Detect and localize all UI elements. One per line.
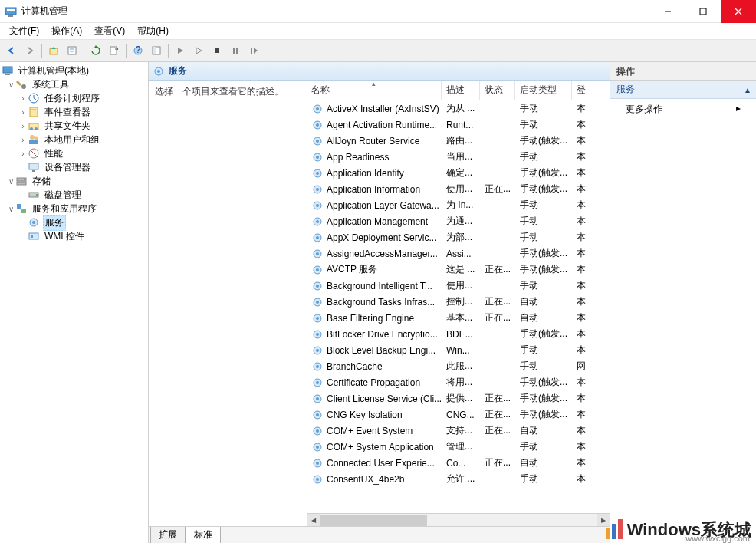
tree-system-tools[interactable]: ∨ 系统工具 [0, 77, 148, 91]
service-row[interactable]: BranchCache此服...手动网 [307, 358, 610, 374]
service-row[interactable]: COM+ Event System支持...正在...自动本 [307, 423, 610, 439]
service-row[interactable]: Background Intelligent T...使用...手动本 [307, 278, 610, 294]
start-service-button[interactable] [172, 42, 189, 59]
menu-help[interactable]: 帮助(H) [131, 23, 175, 39]
service-row[interactable]: App Readiness当用...手动本 [307, 149, 610, 165]
col-status[interactable]: 状态 [480, 81, 515, 100]
horizontal-scrollbar[interactable]: ◀ ▶ [307, 513, 610, 526]
minimize-button[interactable] [650, 0, 685, 23]
up-button[interactable] [45, 42, 62, 59]
svg-rect-21 [5, 74, 10, 75]
svg-text:?: ? [136, 45, 141, 55]
properties-button[interactable] [64, 42, 81, 59]
list-rows[interactable]: ActiveX Installer (AxInstSV)为从 ...手动本Age… [307, 100, 610, 513]
tree-wmi-control[interactable]: WMI 控件 [0, 229, 148, 243]
expand-icon[interactable]: › [18, 122, 28, 130]
service-row[interactable]: Agent Activation Runtime...Runt...手动本 [307, 117, 610, 133]
svg-point-78 [316, 333, 319, 336]
collapse-icon[interactable]: ∨ [6, 177, 15, 186]
service-row[interactable]: CNG Key IsolationCNG...正在...手动(触发...本 [307, 406, 610, 423]
tree-storage[interactable]: ∨ 存储 [0, 174, 148, 188]
tree-shared-folders[interactable]: › 共享文件夹 [0, 119, 148, 133]
close-button[interactable] [721, 0, 756, 23]
service-row[interactable]: Application Identity确定...手动(触发...本 [307, 165, 610, 181]
stop-button[interactable] [209, 42, 225, 59]
cell-desc: 控制... [442, 295, 480, 308]
service-row[interactable]: Block Level Backup Engi...Win...手动本 [307, 342, 610, 358]
tree-services[interactable]: 服务 [0, 216, 148, 229]
play-button[interactable] [190, 42, 207, 59]
actions-category[interactable]: 服务 ▴ [610, 81, 756, 99]
tree-pane[interactable]: 计算机管理(本地) ∨ 系统工具 › 任务计划程序 › 事件查看器 › 共享文件… [0, 62, 149, 543]
service-row[interactable]: AVCTP 服务这是 ...正在...手动(触发...本 [307, 262, 610, 278]
service-row[interactable]: BitLocker Drive Encryptio...BDE...手动(触发.… [307, 326, 610, 342]
cell-desc: 路由... [442, 134, 480, 147]
cell-desc: 将用... [442, 376, 480, 389]
tab-standard[interactable]: 标准 [186, 527, 221, 543]
back-button[interactable] [3, 42, 20, 59]
cell-desc: BDE... [442, 329, 480, 340]
pause-button[interactable] [227, 42, 244, 59]
tree-event-viewer[interactable]: › 事件查看器 [0, 105, 148, 119]
performance-icon [28, 147, 40, 160]
service-row[interactable]: ActiveX Installer (AxInstSV)为从 ...手动本 [307, 100, 610, 117]
service-row[interactable]: AppX Deployment Servic...为部...手动本 [307, 229, 610, 245]
expand-icon[interactable]: › [18, 136, 28, 144]
help-button[interactable]: ? [130, 42, 146, 59]
tree-performance[interactable]: › 性能 [0, 146, 148, 160]
tree-device-manager[interactable]: 设备管理器 [0, 160, 148, 174]
service-row[interactable]: Connected User Experie...Co...正在...自动本 [307, 455, 610, 471]
menu-file[interactable]: 文件(F) [3, 23, 45, 39]
tree-disk-management[interactable]: 磁盘管理 [0, 188, 148, 202]
computer-icon [2, 64, 14, 77]
collapse-icon[interactable]: ∨ [6, 205, 15, 213]
cell-desc: 此服... [442, 360, 480, 373]
cell-startup: 手动 [515, 102, 572, 115]
service-row[interactable]: Application Management为通...手动本 [307, 213, 610, 229]
tree-root[interactable]: 计算机管理(本地) [0, 64, 148, 77]
export-button[interactable] [106, 42, 123, 59]
service-row[interactable]: AllJoyn Router Service路由...手动(触发...本 [307, 133, 610, 149]
tree-services-apps[interactable]: ∨ 服务和应用程序 [0, 202, 148, 216]
collapse-icon[interactable]: ∨ [6, 81, 15, 89]
cell-name: ActiveX Installer (AxInstSV) [307, 103, 442, 115]
cell-startup: 手动(触发... [515, 392, 572, 405]
svg-point-52 [316, 123, 319, 127]
cell-name: Application Layer Gatewa... [307, 199, 442, 212]
service-row[interactable]: COM+ System Application管理...手动本 [307, 439, 610, 455]
cell-status: 正在... [480, 456, 515, 469]
cell-desc: 当用... [442, 150, 480, 163]
col-desc[interactable]: 描述 [442, 81, 480, 100]
panel-button[interactable] [148, 42, 165, 59]
cell-name: Client License Service (Cli... [307, 393, 442, 405]
scroll-thumb[interactable] [320, 515, 427, 526]
tab-extended[interactable]: 扩展 [150, 527, 186, 543]
svg-point-86 [316, 397, 319, 400]
expand-icon[interactable]: › [18, 150, 28, 158]
col-startup[interactable]: 启动类型 [515, 81, 572, 100]
service-row[interactable]: Application Information使用...正在...手动(触发..… [307, 181, 610, 197]
cell-startup: 手动(触发... [515, 327, 572, 341]
service-row[interactable]: Base Filtering Engine基本...正在...自动本 [307, 310, 610, 326]
service-row[interactable]: ConsentUX_4be2b允许 ...手动本 [307, 471, 610, 487]
forward-button[interactable] [21, 42, 38, 59]
tree-task-scheduler[interactable]: › 任务计划程序 [0, 91, 148, 105]
expand-icon[interactable]: › [18, 94, 28, 103]
expand-icon[interactable]: › [18, 108, 28, 117]
menu-action[interactable]: 操作(A) [45, 23, 88, 39]
service-row[interactable]: Background Tasks Infras...控制...正在...自动本 [307, 294, 610, 310]
menu-view[interactable]: 查看(V) [88, 23, 131, 39]
actions-more[interactable]: 更多操作 ▸ [610, 99, 756, 120]
maximize-button[interactable] [685, 0, 721, 23]
service-row[interactable]: Client License Service (Cli...提供...正在...… [307, 390, 610, 406]
service-row[interactable]: Certificate Propagation将用...手动(触发...本 [307, 374, 610, 390]
tree-local-users[interactable]: › 本地用户和组 [0, 133, 148, 146]
service-row[interactable]: Application Layer Gatewa...为 In...手动本 [307, 197, 610, 213]
service-row[interactable]: AssignedAccessManager...Assi...手动(触发...本 [307, 245, 610, 262]
col-name[interactable]: 名称 [307, 81, 442, 100]
cell-logon: 本 [572, 311, 587, 324]
col-logon[interactable]: 登 [572, 81, 587, 100]
restart-button[interactable] [245, 42, 262, 59]
scroll-left-icon[interactable]: ◀ [307, 514, 320, 527]
refresh-button[interactable] [87, 42, 104, 59]
